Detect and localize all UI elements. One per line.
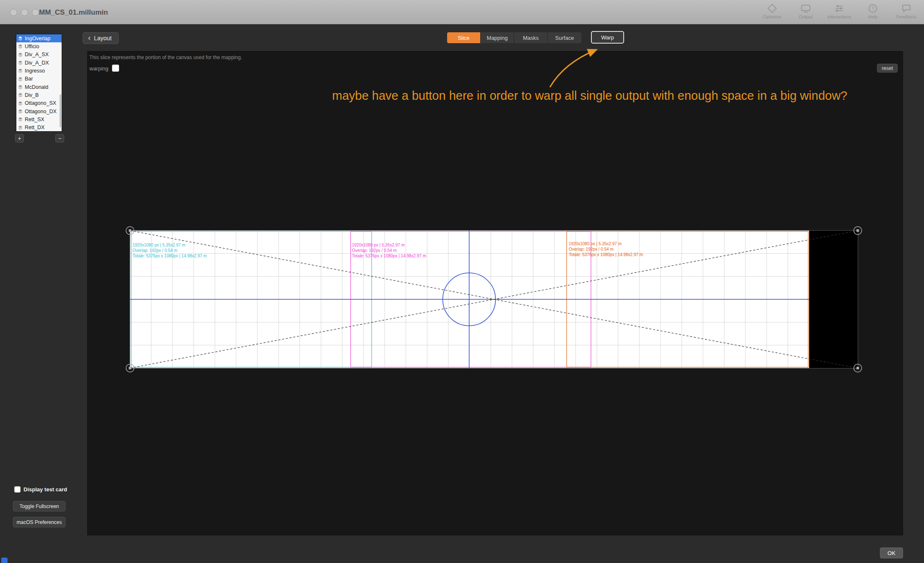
feedback-icon [901,3,911,13]
layer-row-div_a_dx[interactable]: Div_A_DX [16,59,62,67]
titlebar-tools: OptimizeOutputInteractions?HelpFeedback [755,3,923,19]
display-test-card-checkbox[interactable] [14,486,21,493]
layers-icon [18,60,23,65]
remove-layer-button[interactable]: − [55,134,64,143]
tab-masks[interactable]: Masks [514,32,548,43]
layer-list-scrollbar[interactable] [60,94,61,127]
output-info-2: 1920x1080 px | 5.35x2.97 mOverlap: 192px… [352,242,426,259]
layer-row-mcdonald[interactable]: McDonald [16,83,62,91]
layers-icon [18,77,23,81]
warp-button[interactable]: Warp [591,31,624,44]
layers-icon [18,68,23,73]
layers-icon [18,52,23,57]
layer-row-rett_sx[interactable]: Rett_SX [16,115,62,123]
slice-canvas[interactable] [88,52,903,536]
layers-icon [18,125,23,130]
layer-row-bar[interactable]: Bar [16,75,62,83]
toolbar-output-button[interactable]: Output [789,3,822,19]
svg-text:?: ? [872,5,875,11]
close-button[interactable] [10,9,17,16]
layer-row-ingresso[interactable]: Ingresso [16,67,62,75]
titlebar: MM_CS_01.millumin OptimizeOutputInteract… [0,0,924,24]
layer-row-div_b[interactable]: Div_B [16,91,62,99]
chevron-left-icon: ‹ [88,34,91,42]
layers-icon [18,44,23,49]
add-layer-button[interactable]: + [15,134,24,143]
toolbar-optimize-button[interactable]: Optimize [755,3,789,19]
window-title: MM_CS_01.millumin [39,8,108,17]
zoom-button[interactable] [32,9,39,16]
toolbar-interactions-button[interactable]: Interactions [822,3,856,19]
macos-preferences-button[interactable]: macOS Preferences [13,517,65,527]
interactions-icon [834,3,844,13]
traffic-lights [10,9,39,16]
view-tabs: SliceMappingMasksSurface [447,32,582,44]
layers-icon [18,101,23,106]
layer-list: IngOverlapUfficioDiv_A_SXDiv_A_DXIngress… [16,34,62,132]
optimize-icon [767,3,777,13]
toggle-fullscreen-button[interactable]: Toggle Fullscreen [13,501,65,511]
output-info-3: 1920x1080 px | 5.35x2.97 mOverlap: 192px… [569,241,643,257]
corner-app-icon[interactable] [1,558,8,563]
ok-button[interactable]: OK [880,547,903,558]
layer-row-ingoverlap[interactable]: IngOverlap [16,34,62,42]
layers-icon [18,36,23,41]
slice-panel: This slice represents the portion of the… [87,51,903,535]
toolbar-help-button[interactable]: ?Help [856,3,890,19]
millumin-window: MM_CS_01.millumin OptimizeOutputInteract… [0,0,924,563]
layer-row-rett_dx[interactable]: Rett_DX [16,124,62,132]
annotation-text: maybe have a button here in order to war… [294,89,885,103]
layers-icon [18,109,23,114]
layer-row-ufficio[interactable]: Ufficio [16,42,62,50]
layout-back-label: Layout [94,35,112,42]
help-icon: ? [868,3,878,13]
layer-row-ottagono_dx[interactable]: Ottagono_DX [16,107,62,115]
tab-surface[interactable]: Surface [548,32,581,43]
layers-icon [18,93,23,97]
layer-row-ottagono_sx[interactable]: Ottagono_SX [16,99,62,107]
tab-slice[interactable]: Slice [447,32,481,43]
layers-icon [18,85,23,89]
layer-row-div_a_sx[interactable]: Div_A_SX [16,51,62,59]
layers-icon [18,117,23,122]
display-test-card-row: Display test card [14,486,67,493]
output-info-1: 1920x1080 px | 5.35x2.97 mOverlap: 192px… [133,242,207,259]
toolbar-feedback-button[interactable]: Feedback [890,3,923,19]
tab-mapping[interactable]: Mapping [481,32,514,43]
layout-back-button[interactable]: ‹ Layout [83,32,119,44]
display-test-card-label: Display test card [23,486,67,493]
minimize-button[interactable] [21,9,28,16]
output-icon [801,3,811,13]
